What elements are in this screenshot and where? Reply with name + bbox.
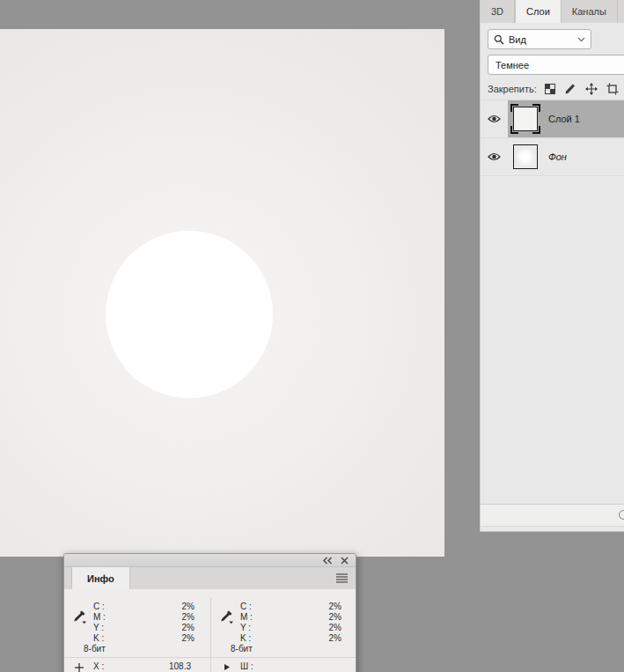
close-icon[interactable]: [341, 557, 349, 565]
blend-mode-value: Темнее: [496, 60, 529, 70]
layer-name: Слой 1: [548, 114, 580, 124]
cursor-coordinates-row: X : 108.3 Ш :: [64, 661, 356, 672]
width-label: Ш :: [240, 661, 253, 671]
channel-label: K :: [93, 633, 104, 644]
info-panel: Инфо C :2% M :2% Y :2% K :2% 8-бит C: [63, 553, 356, 672]
tab-3d[interactable]: 3D: [481, 0, 515, 23]
lock-row-label: Закрепить:: [488, 84, 537, 94]
document-canvas[interactable]: [0, 29, 444, 557]
lock-pixels-brush-icon[interactable]: [564, 83, 576, 94]
channel-label: Y :: [93, 623, 104, 633]
channel-value: 2%: [329, 602, 341, 612]
channel-value: 2%: [182, 612, 195, 623]
tab-layers[interactable]: Слои: [515, 0, 562, 23]
layer-thumbnail[interactable]: [510, 142, 540, 172]
layers-panel-bottom-bar: [481, 504, 624, 527]
channel-label: C :: [240, 602, 252, 612]
selection-bracket-icon: [510, 104, 518, 112]
tab-channels[interactable]: Каналы: [562, 0, 618, 23]
channel-label: Y :: [240, 623, 251, 633]
visibility-toggle[interactable]: [481, 138, 508, 175]
channel-value: 2%: [329, 633, 341, 644]
channel-value: 2%: [182, 633, 195, 644]
cmyk-readout: C :2% M :2% Y :2% K :2%: [240, 602, 341, 644]
selection-bracket-icon: [532, 126, 540, 134]
lock-row: Закрепить:: [481, 78, 624, 100]
eye-icon: [488, 114, 501, 123]
eyedropper-icon[interactable]: [72, 609, 87, 624]
channel-label: C :: [93, 602, 105, 612]
cmyk-readout: C :2% M :2% Y :2% K :2%: [93, 602, 195, 644]
selection-bracket-icon: [532, 104, 540, 112]
eyedropper-icon[interactable]: [219, 609, 234, 624]
channel-label: M :: [93, 612, 106, 623]
layer-name: Фон: [548, 151, 567, 162]
layer-row[interactable]: Слой 1: [481, 100, 624, 138]
layer-thumbnail[interactable]: [510, 104, 540, 134]
info-panel-titlebar[interactable]: [64, 554, 356, 567]
tab-info[interactable]: Инфо: [71, 567, 130, 589]
blend-mode-select[interactable]: Темнее: [488, 55, 624, 75]
bit-depth-label: 8-бит: [84, 644, 106, 654]
selection-bracket-icon: [510, 126, 518, 134]
search-icon: [494, 34, 504, 45]
layer-filter-value: Вид: [509, 34, 526, 45]
channel-value: 2%: [182, 602, 195, 612]
adjustment-layer-icon[interactable]: [619, 510, 624, 520]
info-tab-bar: Инфо: [64, 567, 356, 589]
lock-position-move-icon[interactable]: [585, 83, 598, 95]
layers-panel: 3D Слои Каналы Вид Темнее Закрепить:: [480, 0, 624, 532]
layer-row-area[interactable]: Фон: [508, 138, 624, 175]
panel-menu-icon[interactable]: [336, 573, 348, 583]
collapse-panel-icon[interactable]: [322, 557, 333, 565]
layer-row[interactable]: Фон: [481, 138, 624, 176]
channel-value: 2%: [182, 623, 195, 633]
channel-label: M :: [240, 612, 253, 623]
chevron-down-icon: [577, 37, 585, 42]
x-coordinate-label: X :: [93, 661, 104, 671]
layer-filter-combo[interactable]: Вид: [488, 29, 591, 49]
eye-icon: [488, 152, 501, 161]
layer-row-selected-area[interactable]: Слой 1: [508, 100, 624, 137]
channel-label: K :: [240, 633, 251, 644]
channel-value: 2%: [329, 623, 341, 633]
crosshair-icon: [75, 663, 84, 672]
dimensions-arrow-icon: [224, 664, 230, 670]
lock-artboard-frame-icon[interactable]: [606, 83, 619, 95]
x-coordinate-value: 108.3: [169, 661, 191, 671]
visibility-toggle[interactable]: [481, 100, 508, 137]
lock-transparency-icon[interactable]: [545, 84, 555, 94]
channel-value: 2%: [329, 612, 341, 623]
canvas-circle-artwork: [106, 231, 273, 398]
bit-depth-label: 8-бит: [231, 644, 253, 654]
divider: [64, 657, 356, 658]
info-panel-content: C :2% M :2% Y :2% K :2% 8-бит C :2% M :2…: [64, 589, 356, 672]
panel-tab-bar: 3D Слои Каналы: [481, 0, 624, 23]
